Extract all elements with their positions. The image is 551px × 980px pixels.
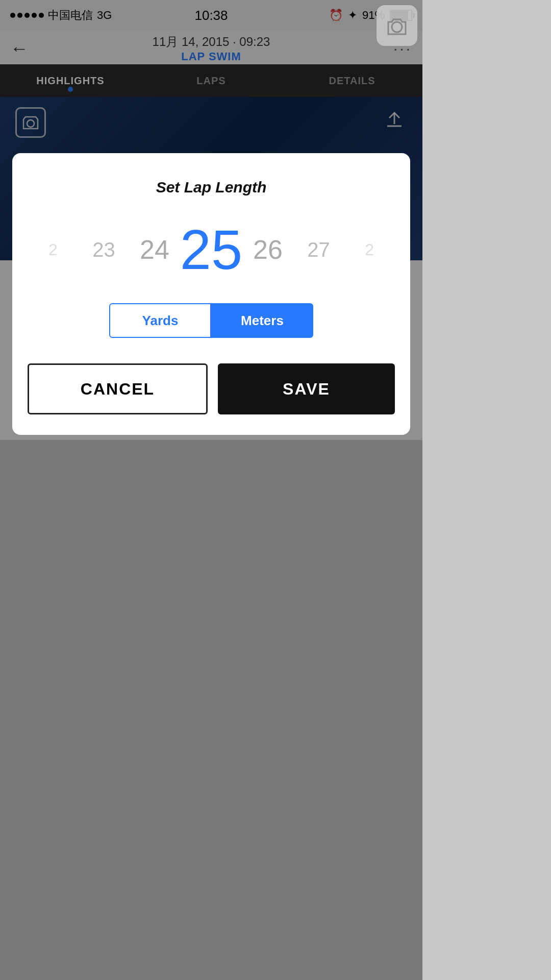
action-buttons: CANCEL SAVE <box>28 363 395 414</box>
picker-value-23: 23 <box>79 238 130 261</box>
modal-overlay: Set Lap Length 2 23 24 25 26 27 2 Yards … <box>0 0 422 980</box>
svg-point-0 <box>392 22 402 32</box>
modal-title: Set Lap Length <box>28 179 395 196</box>
picker-value-selected: 25 <box>180 222 242 278</box>
picker-value-26: 26 <box>242 234 293 265</box>
picker-value-24: 24 <box>129 234 180 265</box>
set-lap-length-modal: Set Lap Length 2 23 24 25 26 27 2 Yards … <box>12 153 410 435</box>
picker-row[interactable]: 2 23 24 25 26 27 2 <box>28 222 395 278</box>
yards-button[interactable]: Yards <box>109 303 211 338</box>
picker-value-far-right: 2 <box>344 240 395 259</box>
unit-toggle: Yards Meters <box>28 303 395 338</box>
save-button[interactable]: SAVE <box>218 363 395 414</box>
picker-value-27: 27 <box>293 238 344 261</box>
cancel-button[interactable]: CANCEL <box>28 363 208 414</box>
meters-button[interactable]: Meters <box>211 303 313 338</box>
notification-camera-icon <box>377 5 417 46</box>
picker-value-far-left: 2 <box>28 240 79 259</box>
